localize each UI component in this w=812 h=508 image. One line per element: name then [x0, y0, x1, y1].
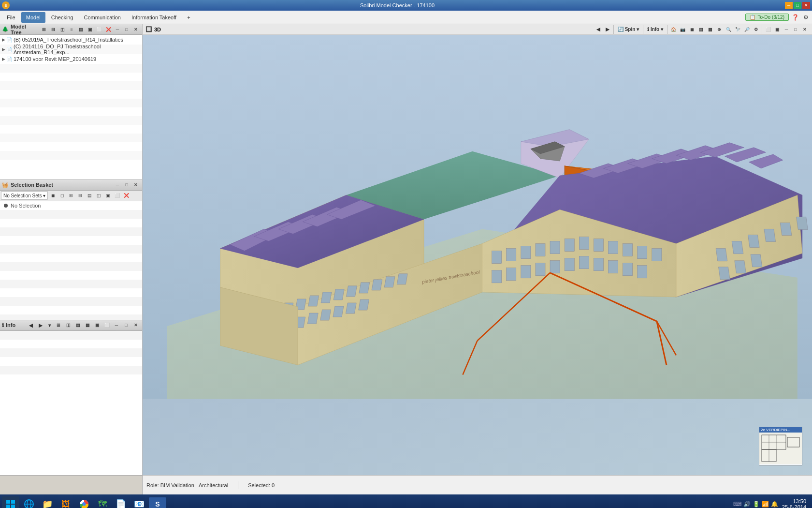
viewport-3d[interactable]: pieter jellies troelstraschool	[143, 35, 812, 475]
sel-tb7[interactable]: ▣	[103, 191, 112, 200]
tree-item-empty-8	[0, 125, 142, 134]
info-tb3[interactable]: ▤	[73, 321, 82, 329]
svg-rect-59	[623, 244, 633, 256]
selection-basket-maximize-btn[interactable]: □	[122, 180, 131, 189]
menu-bar: File Model Checking Communication Inform…	[0, 11, 812, 24]
expand-icon-1: ▶	[2, 47, 5, 52]
vp-tb10[interactable]: ⚙	[752, 25, 760, 34]
info-tb1[interactable]: ⊞	[54, 321, 63, 329]
taskbar-maps[interactable]: 🗺	[94, 496, 111, 508]
taskbar-chrome[interactable]	[75, 496, 93, 508]
taskbar-outlook[interactable]: 📧	[130, 496, 148, 508]
taskbar-solibri[interactable]: S	[149, 497, 166, 508]
tree-item-empty-9	[0, 134, 142, 142]
menu-checking[interactable]: Checking	[46, 12, 78, 23]
vp-close-btn[interactable]: ✕	[800, 25, 809, 34]
todo-badge[interactable]: 📋 To-Do (3/12)	[745, 14, 789, 21]
tree-item-2[interactable]: ▶ 📄 174100 voor Revit MEP_20140619	[0, 54, 142, 64]
selection-basket-close-btn[interactable]: ✕	[131, 180, 140, 189]
model-tree-maximize-btn[interactable]: □	[122, 25, 131, 34]
svg-rect-72	[638, 266, 647, 278]
vp-tb12[interactable]: ▣	[773, 25, 782, 34]
vp-tb5[interactable]: ▦	[706, 25, 714, 34]
selection-basket-minimize-btn[interactable]: ─	[113, 180, 122, 189]
sel-tb5[interactable]: ▤	[85, 191, 94, 200]
svg-rect-99	[11, 505, 15, 508]
info-panel-header: ℹ Info ◀ ▶ ▾ ⊞ ◫ ▤ ▦ ▣ ⬜ ─ □ ✕	[0, 320, 142, 331]
start-button[interactable]	[2, 496, 19, 508]
model-tree-tb6[interactable]: ❌	[104, 25, 113, 34]
info-tb4[interactable]: ▦	[83, 321, 92, 329]
info-maximize-btn[interactable]: □	[122, 321, 130, 329]
sel-tb3[interactable]: ⊞	[67, 191, 75, 200]
sel-tb4[interactable]: ⊟	[76, 191, 85, 200]
help-button[interactable]: ❓	[791, 13, 799, 22]
info-dropdown-btn[interactable]: ▾	[46, 321, 53, 329]
sel-tb2[interactable]: ◻	[58, 191, 66, 200]
vp-tb6[interactable]: ⊕	[715, 25, 724, 34]
tree-item-0[interactable]: ▶ 📄 (B) 052019A_Troelstraschool_R14_Inst…	[0, 35, 142, 45]
vp-tb9[interactable]: 🔎	[742, 25, 751, 34]
vp-minimize-btn[interactable]: ─	[782, 25, 791, 34]
role-label: Role: BIM Validation - Architectural	[146, 482, 228, 488]
viewport-back-btn[interactable]: ◀	[594, 25, 603, 33]
selection-basket-toolbar: No Selection Sets ▾ ◼ ◻ ⊞ ⊟ ▤ ◫ ▣ ⬜ ❌	[0, 191, 142, 201]
info-close-btn[interactable]: ✕	[131, 321, 140, 329]
sel-empty-2	[0, 219, 142, 227]
info-tb2[interactable]: ◫	[64, 321, 72, 329]
selection-sets-dropdown[interactable]: No Selection Sets ▾	[1, 191, 48, 200]
system-tray: ⌨ 🔊 🔋 📶 🔔	[733, 501, 778, 508]
tree-item-label-1: (C) 2014116_DO_PJ Troelstraschool Amster…	[14, 44, 140, 55]
sel-tb9[interactable]: ❌	[122, 191, 130, 200]
vp-tb11[interactable]: ⬜	[764, 25, 772, 34]
vp-tb2[interactable]: 📷	[678, 25, 687, 34]
tray-icon1: ⌨	[733, 501, 741, 508]
model-tree-close-btn[interactable]: ✕	[131, 25, 140, 34]
menu-add[interactable]: +	[182, 12, 195, 23]
model-tree-tb5[interactable]: ⬜	[95, 25, 103, 34]
taskbar-paint[interactable]: 🖼	[57, 496, 74, 508]
taskbar-ie[interactable]	[20, 496, 38, 508]
svg-rect-54	[550, 241, 560, 254]
vp-tb8[interactable]: 🔭	[733, 25, 742, 34]
minimize-button[interactable]: ─	[785, 2, 793, 9]
viewport-forward-btn[interactable]: ▶	[603, 25, 612, 33]
model-tree-collapse-btn[interactable]: ⊟	[49, 25, 58, 34]
taskbar-explorer[interactable]: 📁	[39, 496, 56, 508]
svg-rect-33	[334, 289, 344, 300]
model-tree-tb4[interactable]: ▣	[86, 25, 94, 34]
vp-maximize-btn[interactable]: □	[791, 25, 800, 34]
maximize-button[interactable]: □	[794, 2, 801, 9]
info-dropdown[interactable]: ℹ Info ▾	[645, 25, 666, 33]
info-tb6[interactable]: ⬜	[102, 321, 111, 329]
close-button[interactable]: ✕	[802, 2, 810, 9]
menu-communication[interactable]: Communication	[79, 12, 126, 23]
vp-tb4[interactable]: ▤	[696, 25, 705, 34]
clock-time: 13:50	[782, 498, 806, 504]
vp-tb7[interactable]: 🔍	[724, 25, 733, 34]
sep1	[613, 25, 614, 34]
sel-tb6[interactable]: ◫	[94, 191, 103, 200]
model-tree-tb2[interactable]: ≡	[67, 25, 76, 34]
model-tree-tb1[interactable]: ◫	[58, 25, 67, 34]
info-forward-btn[interactable]: ▶	[36, 321, 45, 329]
info-back-btn[interactable]: ◀	[27, 321, 35, 329]
sel-tb8[interactable]: ⬜	[113, 191, 121, 200]
model-tree-minimize-btn[interactable]: ─	[113, 25, 122, 34]
menu-information-takeoff[interactable]: Information Takeoff	[127, 12, 181, 23]
model-tree-tb3[interactable]: ▤	[76, 25, 85, 34]
tree-item-1[interactable]: ▶ 📄 (C) 2014116_DO_PJ Troelstraschool Am…	[0, 45, 142, 54]
info-minimize-btn[interactable]: ─	[112, 321, 121, 329]
vp-tb1[interactable]: 🏠	[669, 25, 678, 34]
svg-rect-51	[507, 249, 516, 261]
model-tree-expand-btn[interactable]: ⊞	[40, 25, 48, 34]
info-tb5[interactable]: ▣	[93, 321, 102, 329]
svg-rect-71	[623, 263, 633, 276]
vp-tb3[interactable]: ◼	[687, 25, 696, 34]
taskbar-office[interactable]: 📄	[112, 496, 130, 508]
spin-dropdown[interactable]: 🔄 Spin ▾	[615, 25, 641, 33]
settings-button[interactable]: ⚙	[801, 13, 810, 22]
menu-model[interactable]: Model	[21, 12, 45, 23]
menu-file[interactable]: File	[2, 12, 20, 23]
sel-tb1[interactable]: ◼	[48, 191, 57, 200]
